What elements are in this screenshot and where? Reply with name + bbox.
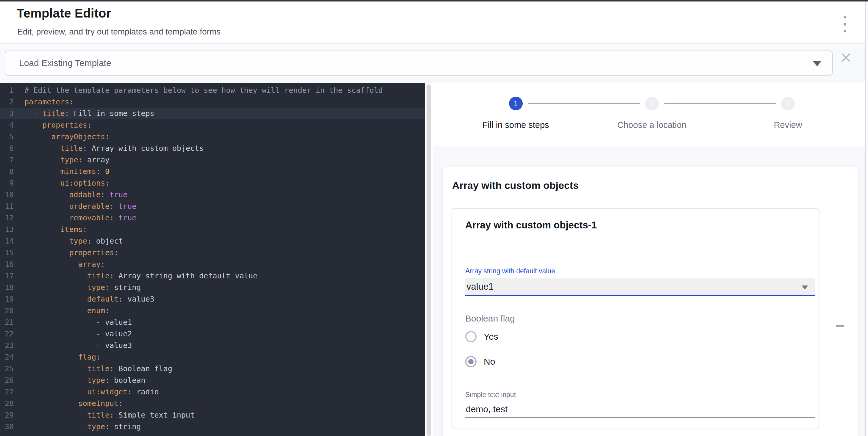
step-circle-1[interactable]: 1 xyxy=(509,97,523,110)
line-number: 26 xyxy=(0,374,14,386)
line-number: 8 xyxy=(0,166,14,177)
code-line[interactable]: 3 - title: Fill in some steps xyxy=(0,108,425,119)
step-form-card: Array with custom objects Array with cus… xyxy=(443,167,858,436)
code-line[interactable]: 13 items: xyxy=(0,224,425,235)
dropdown-caret-icon xyxy=(813,61,821,66)
line-number: 30 xyxy=(0,421,14,432)
editor-scrollbar[interactable] xyxy=(425,83,433,436)
array-string-select[interactable]: value1 xyxy=(465,278,815,296)
step-circle-2[interactable]: 2 xyxy=(645,97,659,110)
line-number: 5 xyxy=(0,131,14,142)
stepper-connector xyxy=(528,103,640,104)
code-line[interactable]: 23 - value3 xyxy=(0,340,425,351)
code-line[interactable]: 9 ui:options: xyxy=(0,177,425,189)
line-number: 1 xyxy=(0,85,14,96)
code-line[interactable]: 29 title: Simple text input xyxy=(0,409,425,421)
line-number: 21 xyxy=(0,316,14,328)
line-number: 29 xyxy=(0,409,14,421)
remove-array-item-button[interactable] xyxy=(831,317,848,334)
code-line[interactable]: 8 minItems: 0 xyxy=(0,166,425,177)
page-scrollbar[interactable] xyxy=(865,1,868,436)
code-line[interactable]: 27 ui:widget: radio xyxy=(0,386,425,398)
step-circle-3[interactable]: 3 xyxy=(781,97,795,110)
close-icon xyxy=(840,52,851,63)
line-number: 3 xyxy=(0,108,14,119)
line-number: 15 xyxy=(0,247,14,259)
radio-option-label: Yes xyxy=(484,332,498,342)
line-number: 19 xyxy=(0,293,14,305)
step-label-2: Choose a location xyxy=(617,120,686,130)
clear-template-button[interactable] xyxy=(839,51,852,64)
text-field-label: Simple text input xyxy=(465,391,516,399)
line-number: 23 xyxy=(0,340,14,351)
line-number: 11 xyxy=(0,200,14,212)
radio-option-yes[interactable]: Yes xyxy=(465,330,498,343)
code-line[interactable]: 11 orderable: true xyxy=(0,200,425,212)
line-number: 22 xyxy=(0,328,14,340)
more-options-button[interactable] xyxy=(838,15,851,33)
code-line[interactable]: 21 - value1 xyxy=(0,316,425,328)
template-editor-page: Template Editor Edit, preview, and try o… xyxy=(0,0,868,436)
radio-unchecked-icon xyxy=(465,331,476,342)
yaml-editor[interactable]: 1# Edit the template parameters below to… xyxy=(0,83,433,436)
code-line[interactable]: 5 arrayObjects: xyxy=(0,131,425,142)
stepper: 1Fill in some steps2Choose a location3Re… xyxy=(433,83,868,146)
step-label-3: Review xyxy=(774,120,802,130)
code-line[interactable]: 19 default: value3 xyxy=(0,293,425,305)
kebab-dot-icon xyxy=(844,16,846,19)
line-number: 2 xyxy=(0,96,14,108)
radio-group: YesNo xyxy=(465,330,498,380)
code-lines: 1# Edit the template parameters below to… xyxy=(0,85,425,432)
line-number: 24 xyxy=(0,351,14,363)
editor-scrollbar-thumb[interactable] xyxy=(427,85,431,436)
code-line[interactable]: 2parameters: xyxy=(0,96,425,108)
code-line[interactable]: 28 someInput: xyxy=(0,398,425,409)
code-line[interactable]: 7 type: array xyxy=(0,154,425,166)
line-number: 12 xyxy=(0,212,14,224)
line-number: 25 xyxy=(0,363,14,374)
load-template-bar: Load Existing Template xyxy=(0,44,868,83)
code-line[interactable]: 22 - value2 xyxy=(0,328,425,340)
code-line[interactable]: 24 flag: xyxy=(0,351,425,363)
page-subtitle: Edit, preview, and try out templates and… xyxy=(17,27,221,37)
minus-icon xyxy=(836,325,844,327)
select-field-label: Array string with default value xyxy=(465,267,555,275)
line-number: 4 xyxy=(0,119,14,131)
code-line[interactable]: 15 properties: xyxy=(0,247,425,259)
form-section-title: Array with custom objects xyxy=(452,180,579,191)
code-line[interactable]: 6 title: Array with custom objects xyxy=(0,142,425,154)
page-title: Template Editor xyxy=(17,6,111,21)
line-number: 14 xyxy=(0,235,14,247)
line-number: 13 xyxy=(0,224,14,235)
code-line[interactable]: 20 enum: xyxy=(0,305,425,316)
load-existing-template-select[interactable]: Load Existing Template xyxy=(5,51,833,75)
code-line[interactable]: 26 type: boolean xyxy=(0,374,425,386)
code-line[interactable]: 12 removable: true xyxy=(0,212,425,224)
array-item-title: Array with custom objects-1 xyxy=(465,220,597,231)
code-line[interactable]: 1# Edit the template parameters below to… xyxy=(0,85,425,96)
kebab-dot-icon xyxy=(844,30,846,32)
code-line[interactable]: 30 type: string xyxy=(0,421,425,432)
radio-field-label: Boolean flag xyxy=(465,313,515,324)
array-string-select-value: value1 xyxy=(466,281,494,292)
line-number: 18 xyxy=(0,282,14,293)
line-number: 6 xyxy=(0,142,14,154)
load-select-value: Load Existing Template xyxy=(19,58,111,68)
page-header: Template Editor Edit, preview, and try o… xyxy=(0,1,868,44)
line-number: 17 xyxy=(0,270,14,282)
simple-text-input[interactable] xyxy=(465,401,815,418)
code-line[interactable]: 10 addable: true xyxy=(0,189,425,200)
code-line[interactable]: 17 title: Array string with default valu… xyxy=(0,270,425,282)
radio-option-label: No xyxy=(484,357,495,367)
dropdown-caret-icon xyxy=(802,286,808,290)
code-line[interactable]: 16 array: xyxy=(0,259,425,270)
line-number: 10 xyxy=(0,189,14,200)
line-number: 20 xyxy=(0,305,14,316)
code-line[interactable]: 14 type: object xyxy=(0,235,425,247)
kebab-dot-icon xyxy=(844,23,846,26)
radio-checked-icon xyxy=(465,356,476,367)
code-line[interactable]: 4 properties: xyxy=(0,119,425,131)
code-line[interactable]: 25 title: Boolean flag xyxy=(0,363,425,374)
code-line[interactable]: 18 type: string xyxy=(0,282,425,293)
radio-option-no[interactable]: No xyxy=(465,355,498,368)
